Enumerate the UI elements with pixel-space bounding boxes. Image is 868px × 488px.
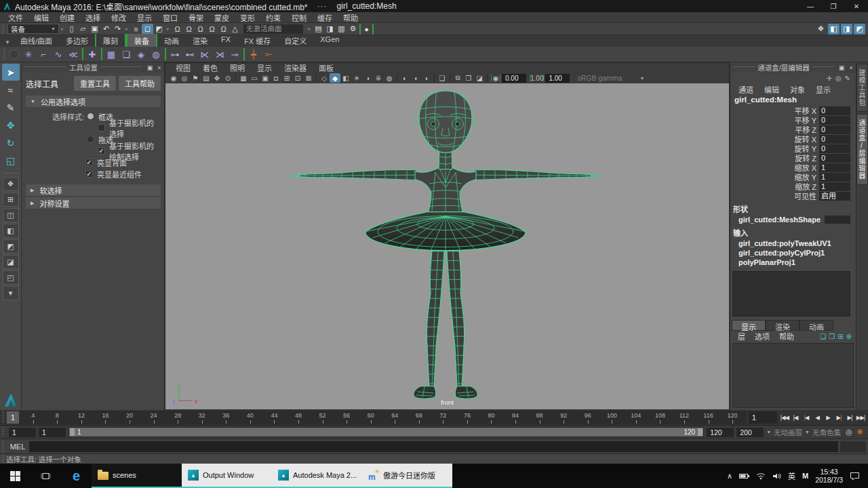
hypershade-icon[interactable]: ● xyxy=(361,24,372,35)
channel-value-field[interactable]: 0 xyxy=(819,144,850,153)
layer-editor-tab[interactable]: 渲染 xyxy=(766,320,800,331)
bookmark-icon[interactable]: ⚑ xyxy=(190,73,201,83)
new-scene-icon[interactable]: ▯ xyxy=(66,24,77,35)
selected-object-name[interactable]: girl_cutted:Mesh xyxy=(730,94,856,106)
redo-icon[interactable]: ↷ xyxy=(112,24,123,35)
layer-menu-item[interactable]: 帮助 xyxy=(774,331,799,342)
color-mode-dropdown[interactable]: sRGB gamma ▼ xyxy=(577,74,644,82)
playback-start-field[interactable]: 1 xyxy=(39,428,66,437)
statusline-grip[interactable] xyxy=(1,24,5,33)
taskbar-app-output-window[interactable]: Output Window xyxy=(182,464,272,488)
shelf-tab[interactable]: FX 缓存 xyxy=(237,34,277,47)
layer-menu-item[interactable]: 层 xyxy=(733,331,750,342)
channel-value-field[interactable]: 0 xyxy=(819,154,850,163)
battery-icon[interactable] xyxy=(739,473,749,479)
group-separator-icon[interactable]: ▸ xyxy=(59,26,66,32)
aim-constraint-icon[interactable]: ⋊ xyxy=(212,47,227,61)
shelf-options-icon[interactable] xyxy=(9,49,19,59)
grid-icon[interactable]: ▦ xyxy=(238,73,249,83)
orient-constraint-icon[interactable]: ⋉ xyxy=(197,47,212,61)
anim-layer-dropdown[interactable]: ▼ 无动画层 xyxy=(766,427,802,437)
clock[interactable]: 15:43 2018/7/3 xyxy=(815,468,843,484)
smooth-bind-icon[interactable]: ◈ xyxy=(134,47,149,61)
set-driven-key-icon[interactable]: ⟜ xyxy=(261,47,276,61)
rotate-tool[interactable]: ↻ xyxy=(2,134,20,151)
default-material-icon[interactable]: ◐ xyxy=(399,73,410,83)
channel-box-menu-item[interactable]: 显示 xyxy=(810,84,836,95)
menu-item[interactable]: 约束 xyxy=(260,12,286,23)
shelf-tab[interactable]: 自定义 xyxy=(277,34,313,47)
menu-item[interactable]: 帮助 xyxy=(338,12,363,23)
layout-persp-curve-button[interactable]: ◰ xyxy=(3,270,19,285)
shelf-tab[interactable]: 多边形 xyxy=(59,34,95,47)
close-panel-icon[interactable]: × xyxy=(846,64,856,71)
parent-constraint-icon[interactable]: ⊶ xyxy=(167,47,182,61)
pan-zoom-icon[interactable]: ✥ xyxy=(212,73,222,83)
attribute-editor-toggle[interactable]: ◧ xyxy=(828,24,840,35)
menu-item[interactable]: 蒙皮 xyxy=(209,12,235,23)
exposure-icon[interactable]: ◉ xyxy=(491,75,500,82)
safe-title-icon[interactable]: ⊠ xyxy=(303,73,314,83)
drag-handle[interactable] xyxy=(25,66,66,69)
layer-menu-item[interactable]: 选项 xyxy=(750,331,774,342)
film-gate-icon[interactable]: ▭ xyxy=(249,73,260,83)
add-empty-layer-icon[interactable]: ❏ xyxy=(820,333,826,340)
section-soft-selection[interactable]: ▶ 软选择 xyxy=(26,184,161,196)
gate-mask-icon[interactable]: ◘ xyxy=(271,73,281,83)
auto-keyframe-button[interactable]: ◎ xyxy=(844,428,854,436)
channel-value-field[interactable]: 1 xyxy=(819,173,850,182)
layout-persp-panel-button[interactable]: ◧ xyxy=(3,224,19,238)
go-to-start-button[interactable]: |◀◀ xyxy=(779,412,790,424)
task-view-button[interactable] xyxy=(31,464,61,488)
tool-help-button[interactable]: 工具帮助 xyxy=(119,76,161,91)
speaker-icon[interactable] xyxy=(772,472,781,480)
select-camera-icon[interactable]: ◉ xyxy=(168,73,179,83)
layer-list[interactable] xyxy=(732,343,854,408)
layout-custom-button[interactable]: ▾ xyxy=(3,286,19,300)
shape-node-name[interactable]: girl_cutted:MeshShape xyxy=(730,215,821,224)
channel-value-field[interactable]: 1 xyxy=(819,182,850,191)
snapshot-icon[interactable]: ⧉ xyxy=(452,73,463,83)
channel-name[interactable]: 可见性 xyxy=(730,190,819,201)
lasso-select-tool[interactable]: ≈ xyxy=(2,81,20,98)
menu-item[interactable]: 文件 xyxy=(3,12,28,23)
select-hierarchy-icon[interactable]: ≡ xyxy=(130,24,142,35)
undo-icon[interactable]: ↶ xyxy=(100,24,112,35)
channel-box-menu-item[interactable]: 编辑 xyxy=(759,84,785,95)
menu-set-dropdown[interactable]: 装备 ▼ xyxy=(7,24,59,34)
edge-browser-button[interactable]: e xyxy=(61,464,92,488)
field-chart-icon[interactable]: ⊞ xyxy=(281,73,292,83)
viewport-menu-item[interactable]: 显示 xyxy=(251,62,278,73)
pole-vector-constraint-icon[interactable]: ⊸ xyxy=(227,47,242,61)
time-slider-track[interactable]: 4812162024283236404448525660646872768084… xyxy=(19,411,747,424)
select-object-icon[interactable]: ◻ xyxy=(142,24,153,35)
taskbar-app-maxthon[interactable]: 傲游今日迷你版 xyxy=(362,464,452,488)
wifi-icon[interactable] xyxy=(756,472,766,480)
menu-item[interactable]: 窗口 xyxy=(157,12,183,23)
group-separator-icon[interactable]: ▸ xyxy=(123,26,130,32)
shelf-grip[interactable] xyxy=(2,48,7,60)
snap-to-curve-icon[interactable]: Ω xyxy=(183,24,195,35)
ipr-render-icon[interactable]: ▥ xyxy=(336,24,347,35)
live-surface-field[interactable]: 无激活曲面 xyxy=(243,24,303,34)
command-input[interactable] xyxy=(29,441,838,452)
layout-persp-graph-button[interactable]: ◩ xyxy=(3,239,19,253)
close-panel-icon[interactable]: × xyxy=(155,64,164,71)
current-frame-marker[interactable]: 1 xyxy=(7,411,19,424)
channel-box-menu-item[interactable]: 对象 xyxy=(785,84,810,95)
group-separator-icon[interactable]: ▸ xyxy=(306,26,313,32)
add-layer-from-selected-icon[interactable]: ❐ xyxy=(829,333,835,340)
layer-editor-tab[interactable]: 动画 xyxy=(800,320,833,331)
play-backwards-button[interactable]: ◀ xyxy=(812,412,823,424)
viewport-menu-item[interactable]: 面板 xyxy=(313,62,340,73)
channel-value-field[interactable]: 0 xyxy=(819,135,850,144)
channel-value-field[interactable]: 1 xyxy=(819,163,850,172)
highlight-backfaces-checkbox[interactable]: ✓ xyxy=(85,159,93,166)
zoom-region-icon[interactable]: ⊙ xyxy=(222,73,233,83)
point-constraint-icon[interactable]: ⊷ xyxy=(182,47,197,61)
textured-icon[interactable]: ◧ xyxy=(340,73,351,83)
section-symmetry[interactable]: ▶ 对称设置 xyxy=(26,197,161,209)
camera-based-select-checkbox[interactable] xyxy=(98,124,105,131)
timeline-grip[interactable] xyxy=(1,411,5,424)
slow-speed-icon[interactable]: ◎ xyxy=(835,75,842,82)
